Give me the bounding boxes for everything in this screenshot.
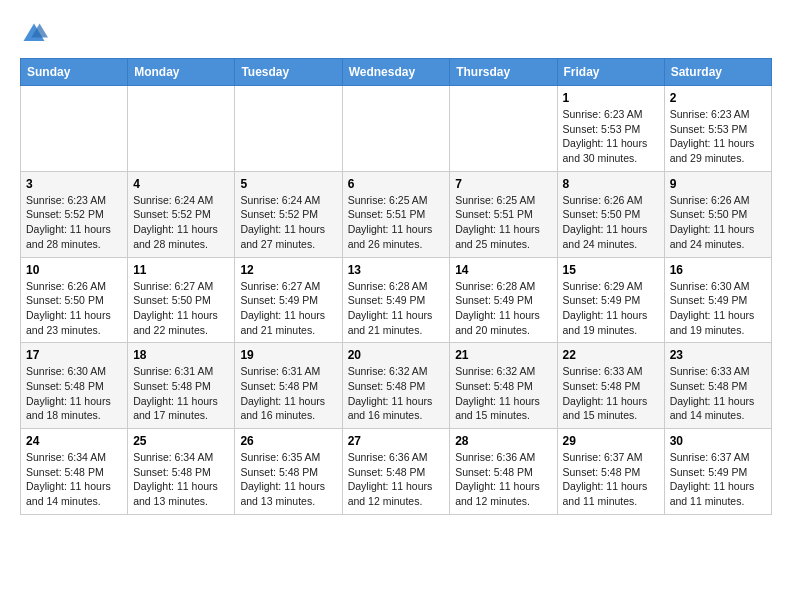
calendar-cell: 27Sunrise: 6:36 AM Sunset: 5:48 PM Dayli… — [342, 429, 450, 515]
day-info: Sunrise: 6:28 AM Sunset: 5:49 PM Dayligh… — [455, 279, 551, 338]
calendar-cell: 5Sunrise: 6:24 AM Sunset: 5:52 PM Daylig… — [235, 171, 342, 257]
day-info: Sunrise: 6:25 AM Sunset: 5:51 PM Dayligh… — [348, 193, 445, 252]
calendar-header-wednesday: Wednesday — [342, 59, 450, 86]
calendar-cell: 8Sunrise: 6:26 AM Sunset: 5:50 PM Daylig… — [557, 171, 664, 257]
day-info: Sunrise: 6:23 AM Sunset: 5:53 PM Dayligh… — [670, 107, 766, 166]
calendar-cell: 26Sunrise: 6:35 AM Sunset: 5:48 PM Dayli… — [235, 429, 342, 515]
day-number: 8 — [563, 177, 659, 191]
day-number: 23 — [670, 348, 766, 362]
logo — [20, 20, 52, 48]
calendar-cell — [342, 86, 450, 172]
calendar-week-3: 10Sunrise: 6:26 AM Sunset: 5:50 PM Dayli… — [21, 257, 772, 343]
calendar-cell: 15Sunrise: 6:29 AM Sunset: 5:49 PM Dayli… — [557, 257, 664, 343]
day-number: 7 — [455, 177, 551, 191]
day-info: Sunrise: 6:25 AM Sunset: 5:51 PM Dayligh… — [455, 193, 551, 252]
day-info: Sunrise: 6:30 AM Sunset: 5:48 PM Dayligh… — [26, 364, 122, 423]
calendar-header-thursday: Thursday — [450, 59, 557, 86]
day-info: Sunrise: 6:26 AM Sunset: 5:50 PM Dayligh… — [26, 279, 122, 338]
calendar-cell: 2Sunrise: 6:23 AM Sunset: 5:53 PM Daylig… — [664, 86, 771, 172]
calendar-header-row: SundayMondayTuesdayWednesdayThursdayFrid… — [21, 59, 772, 86]
day-number: 15 — [563, 263, 659, 277]
day-info: Sunrise: 6:27 AM Sunset: 5:49 PM Dayligh… — [240, 279, 336, 338]
day-number: 25 — [133, 434, 229, 448]
calendar-cell: 28Sunrise: 6:36 AM Sunset: 5:48 PM Dayli… — [450, 429, 557, 515]
day-info: Sunrise: 6:24 AM Sunset: 5:52 PM Dayligh… — [133, 193, 229, 252]
calendar-cell: 4Sunrise: 6:24 AM Sunset: 5:52 PM Daylig… — [128, 171, 235, 257]
day-info: Sunrise: 6:26 AM Sunset: 5:50 PM Dayligh… — [563, 193, 659, 252]
day-number: 28 — [455, 434, 551, 448]
calendar-cell: 6Sunrise: 6:25 AM Sunset: 5:51 PM Daylig… — [342, 171, 450, 257]
day-number: 4 — [133, 177, 229, 191]
calendar-cell: 19Sunrise: 6:31 AM Sunset: 5:48 PM Dayli… — [235, 343, 342, 429]
day-info: Sunrise: 6:32 AM Sunset: 5:48 PM Dayligh… — [455, 364, 551, 423]
calendar-cell: 24Sunrise: 6:34 AM Sunset: 5:48 PM Dayli… — [21, 429, 128, 515]
day-number: 29 — [563, 434, 659, 448]
calendar-header-sunday: Sunday — [21, 59, 128, 86]
day-number: 2 — [670, 91, 766, 105]
calendar-cell: 23Sunrise: 6:33 AM Sunset: 5:48 PM Dayli… — [664, 343, 771, 429]
day-number: 14 — [455, 263, 551, 277]
page-header — [20, 20, 772, 48]
calendar-cell — [450, 86, 557, 172]
calendar-body: 1Sunrise: 6:23 AM Sunset: 5:53 PM Daylig… — [21, 86, 772, 515]
calendar-cell: 17Sunrise: 6:30 AM Sunset: 5:48 PM Dayli… — [21, 343, 128, 429]
calendar-cell: 30Sunrise: 6:37 AM Sunset: 5:49 PM Dayli… — [664, 429, 771, 515]
day-info: Sunrise: 6:34 AM Sunset: 5:48 PM Dayligh… — [26, 450, 122, 509]
day-info: Sunrise: 6:29 AM Sunset: 5:49 PM Dayligh… — [563, 279, 659, 338]
day-number: 26 — [240, 434, 336, 448]
calendar-cell: 18Sunrise: 6:31 AM Sunset: 5:48 PM Dayli… — [128, 343, 235, 429]
day-info: Sunrise: 6:35 AM Sunset: 5:48 PM Dayligh… — [240, 450, 336, 509]
day-number: 5 — [240, 177, 336, 191]
calendar-cell: 13Sunrise: 6:28 AM Sunset: 5:49 PM Dayli… — [342, 257, 450, 343]
day-number: 12 — [240, 263, 336, 277]
calendar-week-1: 1Sunrise: 6:23 AM Sunset: 5:53 PM Daylig… — [21, 86, 772, 172]
calendar-week-5: 24Sunrise: 6:34 AM Sunset: 5:48 PM Dayli… — [21, 429, 772, 515]
day-number: 6 — [348, 177, 445, 191]
day-info: Sunrise: 6:24 AM Sunset: 5:52 PM Dayligh… — [240, 193, 336, 252]
calendar-cell: 3Sunrise: 6:23 AM Sunset: 5:52 PM Daylig… — [21, 171, 128, 257]
calendar-week-2: 3Sunrise: 6:23 AM Sunset: 5:52 PM Daylig… — [21, 171, 772, 257]
day-number: 30 — [670, 434, 766, 448]
calendar-cell: 29Sunrise: 6:37 AM Sunset: 5:48 PM Dayli… — [557, 429, 664, 515]
calendar-cell: 20Sunrise: 6:32 AM Sunset: 5:48 PM Dayli… — [342, 343, 450, 429]
calendar-cell: 1Sunrise: 6:23 AM Sunset: 5:53 PM Daylig… — [557, 86, 664, 172]
calendar-table: SundayMondayTuesdayWednesdayThursdayFrid… — [20, 58, 772, 515]
day-number: 11 — [133, 263, 229, 277]
calendar-cell: 7Sunrise: 6:25 AM Sunset: 5:51 PM Daylig… — [450, 171, 557, 257]
calendar-header-monday: Monday — [128, 59, 235, 86]
calendar-week-4: 17Sunrise: 6:30 AM Sunset: 5:48 PM Dayli… — [21, 343, 772, 429]
calendar-header-friday: Friday — [557, 59, 664, 86]
calendar-cell — [235, 86, 342, 172]
calendar-cell — [128, 86, 235, 172]
calendar-cell — [21, 86, 128, 172]
day-number: 3 — [26, 177, 122, 191]
day-info: Sunrise: 6:33 AM Sunset: 5:48 PM Dayligh… — [670, 364, 766, 423]
calendar-cell: 11Sunrise: 6:27 AM Sunset: 5:50 PM Dayli… — [128, 257, 235, 343]
day-info: Sunrise: 6:27 AM Sunset: 5:50 PM Dayligh… — [133, 279, 229, 338]
day-info: Sunrise: 6:36 AM Sunset: 5:48 PM Dayligh… — [455, 450, 551, 509]
day-info: Sunrise: 6:31 AM Sunset: 5:48 PM Dayligh… — [133, 364, 229, 423]
day-number: 22 — [563, 348, 659, 362]
day-number: 9 — [670, 177, 766, 191]
calendar-cell: 10Sunrise: 6:26 AM Sunset: 5:50 PM Dayli… — [21, 257, 128, 343]
day-info: Sunrise: 6:37 AM Sunset: 5:48 PM Dayligh… — [563, 450, 659, 509]
day-number: 17 — [26, 348, 122, 362]
calendar-header-saturday: Saturday — [664, 59, 771, 86]
day-number: 20 — [348, 348, 445, 362]
calendar-cell: 25Sunrise: 6:34 AM Sunset: 5:48 PM Dayli… — [128, 429, 235, 515]
day-number: 27 — [348, 434, 445, 448]
day-info: Sunrise: 6:28 AM Sunset: 5:49 PM Dayligh… — [348, 279, 445, 338]
day-info: Sunrise: 6:26 AM Sunset: 5:50 PM Dayligh… — [670, 193, 766, 252]
day-info: Sunrise: 6:31 AM Sunset: 5:48 PM Dayligh… — [240, 364, 336, 423]
day-number: 19 — [240, 348, 336, 362]
calendar-cell: 9Sunrise: 6:26 AM Sunset: 5:50 PM Daylig… — [664, 171, 771, 257]
calendar-cell: 16Sunrise: 6:30 AM Sunset: 5:49 PM Dayli… — [664, 257, 771, 343]
day-number: 10 — [26, 263, 122, 277]
calendar-cell: 14Sunrise: 6:28 AM Sunset: 5:49 PM Dayli… — [450, 257, 557, 343]
calendar-cell: 21Sunrise: 6:32 AM Sunset: 5:48 PM Dayli… — [450, 343, 557, 429]
logo-icon — [20, 20, 48, 48]
day-info: Sunrise: 6:23 AM Sunset: 5:52 PM Dayligh… — [26, 193, 122, 252]
day-number: 21 — [455, 348, 551, 362]
day-number: 16 — [670, 263, 766, 277]
calendar-cell: 12Sunrise: 6:27 AM Sunset: 5:49 PM Dayli… — [235, 257, 342, 343]
